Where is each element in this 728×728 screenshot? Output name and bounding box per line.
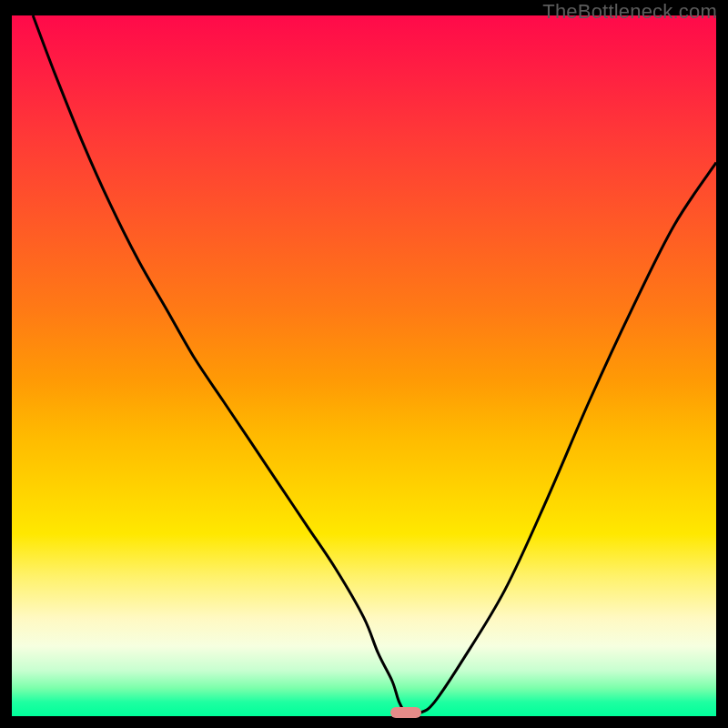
watermark-text: TheBottleneck.com — [542, 0, 717, 24]
plot-area — [12, 15, 716, 716]
bottleneck-curve — [12, 15, 716, 716]
valley-marker — [390, 707, 421, 718]
chart-stage: TheBottleneck.com — [0, 0, 728, 728]
